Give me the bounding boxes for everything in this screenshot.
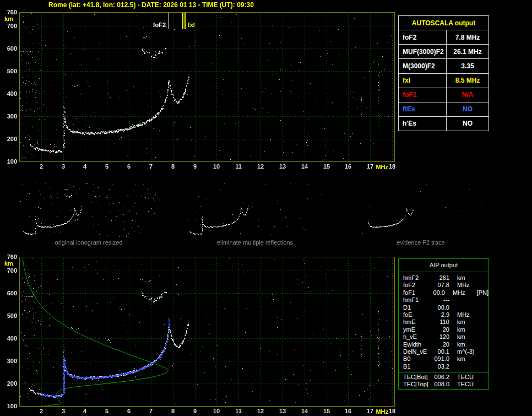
param-value: N/A (447, 88, 488, 102)
table-row: hmE 110 km (403, 318, 488, 326)
param-value: 00.0 (431, 304, 449, 311)
param-extra (482, 355, 484, 363)
table-row: DelN_vE 00.1 m^(-3) (403, 348, 488, 355)
table-row: M(3000)F2 3.35 (399, 59, 488, 73)
thumbnail-caption: evidence F2 trace (351, 239, 490, 246)
thumbnail-caption: eliminate multiple reflections (186, 239, 324, 246)
param-value: 00.1 (431, 348, 449, 355)
param-value: 2.9 (431, 311, 449, 318)
param-value: 20 (431, 341, 449, 348)
param-value: NO (447, 102, 488, 116)
param-name: hmE (403, 318, 431, 326)
param-label: ftEs (399, 102, 447, 116)
page-title: Rome (lat: +41.8, lon: 012.5) - DATE: 20… (48, 1, 254, 9)
param-label: foF2 (399, 30, 447, 44)
table-row: hmF2 261 km (403, 274, 488, 282)
param-label: MUF(3000)F2 (399, 45, 447, 58)
param-value: NO (447, 117, 488, 131)
table-row: B1 03.2 (403, 363, 488, 370)
autoscala-table-header: AUTOSCALA output (399, 16, 488, 30)
table-row: TEC[Bot] 006.2 TECU (403, 374, 488, 381)
param-value: 26.1 MHz (447, 45, 488, 58)
param-value: 091.0 (431, 355, 449, 363)
param-name: h_vE (403, 333, 431, 341)
param-value: --- (431, 296, 449, 304)
param-unit: MHz (449, 311, 482, 318)
param-unit: km (449, 355, 482, 363)
param-unit (449, 363, 482, 370)
param-extra (482, 296, 484, 304)
param-name: foF2 (403, 282, 431, 289)
param-name: ymE (403, 326, 431, 333)
param-unit: km (449, 318, 482, 326)
table-row: foF1 00.0 MHz [PN] (403, 289, 488, 296)
aip-table-header: AIP output (399, 259, 488, 272)
param-value: 006.2 (431, 374, 449, 381)
table-row: D1 00.0 (403, 304, 488, 311)
thumbnail-original-ionogram-canvas (19, 180, 158, 238)
thumbnail-eliminate-reflections-canvas (186, 180, 324, 238)
param-unit: km (449, 341, 482, 348)
param-name: TEC[Bot] (403, 374, 431, 381)
param-extra (482, 326, 484, 333)
table-row: Ewidth 20 km (403, 341, 488, 348)
param-name: hmF1 (403, 296, 431, 304)
top-ionogram-canvas (0, 0, 398, 172)
param-name: foF1 (403, 289, 428, 296)
param-value: 8.5 MHz (447, 74, 488, 88)
param-value: 3.35 (447, 59, 488, 73)
param-extra: [PN] (476, 289, 488, 296)
param-name: TEC[Top] (403, 381, 431, 388)
table-row: foE 2.9 MHz (403, 311, 488, 318)
param-label: foF1 (399, 88, 447, 102)
param-value: 7.8 MHz (447, 30, 488, 44)
param-name: B0 (403, 355, 431, 363)
param-label: fxI (399, 74, 447, 88)
table-row: foF2 7.8 MHz (399, 30, 488, 45)
table-row: TEC[Top] 008.0 TECU (403, 381, 488, 388)
param-unit: MHz (445, 289, 476, 296)
thumbnail-caption: original ionogram resized (19, 239, 158, 246)
param-value: 03.2 (431, 363, 449, 370)
param-unit: km (449, 274, 482, 282)
param-name: hmF2 (403, 274, 431, 282)
param-unit: MHz (449, 282, 482, 289)
table-row: foF2 07.8 MHz (403, 282, 488, 289)
table-row: h_vE 120 km (403, 333, 488, 341)
param-name: Ewidth (403, 341, 431, 348)
param-extra (482, 363, 484, 370)
param-label: M(3000)F2 (399, 59, 447, 73)
table-row: foF1 N/A (399, 88, 488, 102)
param-value: 07.8 (431, 282, 449, 289)
param-unit (449, 304, 482, 311)
param-extra (482, 304, 484, 311)
param-name: DelN_vE (403, 348, 431, 355)
param-name: D1 (403, 304, 431, 311)
param-extra (482, 311, 484, 318)
param-extra (482, 282, 484, 289)
param-extra (482, 274, 484, 282)
table-row: hmF1 --- (403, 296, 488, 304)
param-extra (482, 341, 484, 348)
table-row: h'Es NO (399, 117, 488, 131)
param-unit: m^(-3) (449, 348, 482, 355)
param-unit: km (449, 326, 482, 333)
bottom-ionogram-canvas (0, 245, 398, 416)
param-extra (482, 318, 484, 326)
param-name: foE (403, 311, 431, 318)
param-name: B1 (403, 363, 431, 370)
param-unit (449, 296, 482, 304)
table-row: ftEs NO (399, 102, 488, 117)
param-value: 008.0 (431, 381, 449, 388)
aip-table-body: hmF2 261 km foF2 07.8 MHz foF1 00.0 MHz … (399, 272, 488, 370)
table-row: ymE 20 km (403, 326, 488, 333)
param-value: 120 (431, 333, 449, 341)
param-value: 20 (431, 326, 449, 333)
tec-section: TEC[Bot] 006.2 TECU TEC[Top] 008.0 TECU (399, 372, 488, 388)
table-row: MUF(3000)F2 26.1 MHz (399, 45, 488, 59)
param-extra (482, 348, 484, 355)
table-row: fxI 8.5 MHz (399, 74, 488, 88)
param-unit: TECU (449, 374, 482, 381)
param-value: 110 (431, 318, 449, 326)
param-value: 261 (431, 274, 449, 282)
